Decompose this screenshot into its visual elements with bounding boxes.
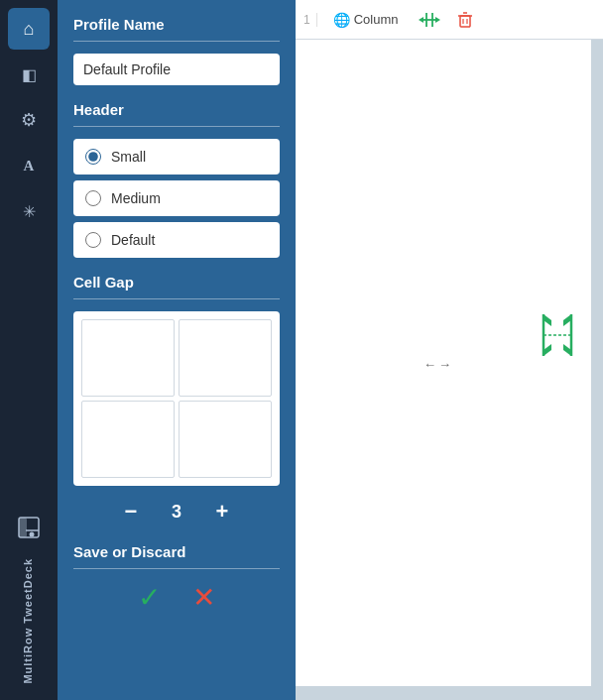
layers-icon: ◧	[22, 65, 37, 84]
main-area: 1 🌐 Column	[296, 0, 603, 700]
stepper-plus-button[interactable]: +	[206, 496, 238, 527]
panel-icon	[18, 517, 40, 538]
svg-rect-1	[19, 518, 27, 537]
profile-name-divider	[73, 41, 280, 42]
radio-default[interactable]: Default	[73, 222, 280, 258]
column-resize-icon[interactable]	[540, 310, 575, 364]
settings-panel: Profile Name Header Small Medium Default…	[58, 0, 296, 700]
radio-medium[interactable]: Medium	[73, 180, 280, 216]
right-arrow-icon: →	[438, 357, 451, 372]
left-arrow-icon: ←	[423, 357, 436, 372]
column-button[interactable]: 🌐 Column	[323, 8, 409, 32]
cross-icon: ✕	[192, 581, 215, 614]
column-icon	[540, 310, 575, 360]
radio-default-label: Default	[111, 232, 155, 248]
sidebar-icon-settings[interactable]: ⚙	[8, 99, 50, 141]
sidebar-icon-layers[interactable]: ◧	[8, 54, 50, 95]
settings-icon: ⚙	[21, 109, 37, 131]
cell-gap-grid	[73, 311, 280, 486]
grid-cell-br	[179, 401, 272, 478]
sidebar-icon-panel[interactable]	[10, 509, 48, 546]
home-icon: ⌂	[24, 19, 35, 40]
save-button[interactable]: ✓	[138, 581, 161, 614]
column-label: Column	[354, 12, 399, 27]
trash-icon	[456, 11, 474, 29]
brightness-icon: ✳	[23, 202, 36, 221]
grid-cell-tl	[81, 319, 175, 397]
radio-medium-label: Medium	[111, 190, 161, 206]
delete-column-button[interactable]	[451, 6, 479, 34]
line-number: 1	[303, 13, 317, 27]
sidebar-bottom: MultiRow TweetDeck	[10, 509, 48, 700]
radio-small-input[interactable]	[85, 149, 101, 165]
svg-rect-9	[460, 16, 470, 27]
grid-cell-tr	[179, 319, 272, 397]
discard-button[interactable]: ✕	[192, 581, 215, 614]
horizontal-scrollbar[interactable]	[296, 686, 603, 700]
cell-gap-title: Cell Gap	[73, 274, 280, 291]
toolbar: 1 🌐 Column	[296, 0, 603, 40]
save-divider	[73, 568, 280, 569]
profile-name-section: Profile Name	[73, 16, 280, 85]
save-title: Save or Discard	[73, 543, 280, 560]
header-divider	[73, 126, 280, 127]
svg-marker-6	[435, 17, 440, 23]
sidebar-icon-brightness[interactable]: ✳	[8, 190, 50, 232]
content-area: ← →	[296, 40, 603, 700]
save-actions: ✓ ✕	[73, 581, 280, 614]
save-section: Save or Discard ✓ ✕	[73, 543, 280, 614]
radio-small[interactable]: Small	[73, 139, 280, 175]
resize-icon	[419, 11, 440, 29]
radio-default-input[interactable]	[85, 232, 101, 248]
radio-small-label: Small	[111, 149, 146, 165]
grid-visual	[81, 319, 272, 478]
sidebar-icon-home[interactable]: ⌂	[8, 8, 50, 50]
globe-icon: 🌐	[333, 12, 350, 28]
stepper-minus-button[interactable]: −	[115, 496, 147, 527]
checkmark-icon: ✓	[138, 581, 161, 614]
svg-marker-5	[419, 17, 423, 23]
radio-medium-input[interactable]	[85, 190, 101, 206]
sidebar: ⌂ ◧ ⚙ A ✳ MultiRow TweetDeck	[0, 0, 58, 700]
header-section: Header Small Medium Default	[73, 101, 280, 258]
stepper-value: 3	[167, 502, 186, 523]
cell-gap-stepper: − 3 +	[73, 496, 280, 527]
resize-arrows: ← →	[423, 357, 451, 372]
grid-cell-bl	[81, 401, 175, 478]
content-white-panel: ← →	[296, 40, 591, 700]
app-name: MultiRow TweetDeck	[22, 550, 35, 692]
svg-point-3	[30, 532, 35, 537]
vertical-scrollbar[interactable]	[591, 40, 603, 686]
profile-name-title: Profile Name	[73, 16, 280, 33]
header-title: Header	[73, 101, 280, 118]
resize-column-button[interactable]	[414, 6, 445, 34]
sidebar-icon-user[interactable]: A	[8, 145, 50, 186]
profile-name-input[interactable]	[73, 54, 280, 85]
cell-gap-divider	[73, 298, 280, 299]
cell-gap-section: Cell Gap − 3 +	[73, 274, 280, 527]
user-icon: A	[24, 158, 35, 175]
